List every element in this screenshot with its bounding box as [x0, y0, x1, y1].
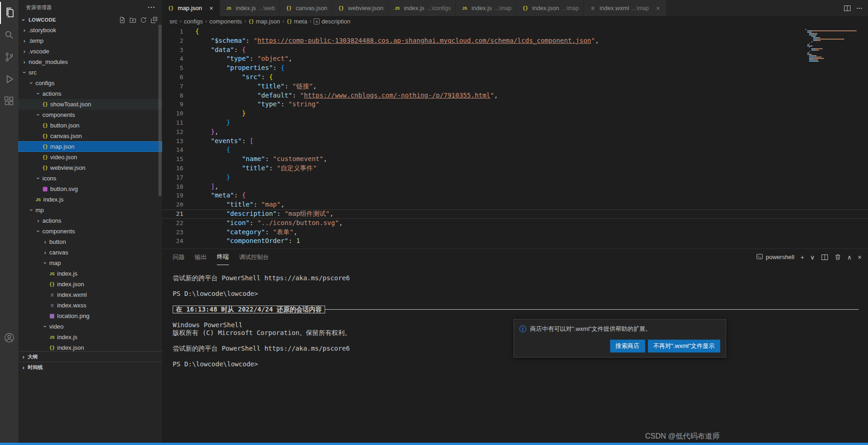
breadcrumb-item-map.json[interactable]: {}map.json	[248, 18, 280, 25]
generic-file-icon: ≡	[588, 5, 597, 12]
minimap-line	[805, 41, 862, 42]
new-file-icon[interactable]	[119, 17, 126, 23]
info-icon: i	[519, 325, 526, 332]
tree-item-.vscode[interactable]: ›.vscode	[18, 46, 162, 57]
tree-item-canvas.json[interactable]: {}canvas.json	[18, 131, 162, 141]
panel-tab-output[interactable]: 输出	[195, 249, 207, 265]
kill-terminal-icon[interactable]	[834, 254, 841, 260]
split-editor-icon[interactable]	[844, 5, 851, 12]
search-icon[interactable]	[0, 24, 18, 46]
json-file-icon: {}	[41, 102, 49, 107]
breadcrumb-item-meta[interactable]: {}meta	[286, 18, 307, 25]
tree-item-index.js[interactable]: JSindex.js	[18, 194, 162, 205]
tab-index.wxml[interactable]: ≡index.wxml...\map×	[584, 0, 667, 16]
close-icon[interactable]: ×	[208, 5, 215, 12]
panel-tab-terminal[interactable]: 终端	[217, 249, 229, 265]
code-line: 3 "data": {	[162, 46, 868, 55]
close-panel-icon[interactable]: ×	[858, 254, 862, 261]
terminal-shell-selector[interactable]: powershell	[756, 253, 794, 261]
tree-item-button.svg[interactable]: button.svg	[18, 184, 162, 194]
tree-item-map[interactable]: ›map	[18, 258, 162, 268]
tree-item-video.json[interactable]: {}video.json	[18, 152, 162, 162]
session-restore-rule	[325, 309, 859, 310]
extensions-icon[interactable]	[0, 90, 18, 112]
terminal-dropdown-icon[interactable]: ∨	[810, 254, 815, 261]
notification-buttons: 搜索商店不再对".wxml"文件显示	[519, 340, 720, 353]
tab-map.json[interactable]: {}map.json×	[162, 0, 220, 16]
new-terminal-icon[interactable]: +	[800, 254, 804, 261]
tree-item-actions[interactable]: ›actions	[18, 215, 162, 226]
line-number: 2	[162, 36, 183, 46]
tree-item-node-modules[interactable]: ›node_modules	[18, 57, 162, 67]
run-debug-icon[interactable]	[0, 68, 18, 90]
tree-item-components[interactable]: ›components	[18, 110, 162, 120]
more-actions-icon[interactable]: ···	[148, 4, 156, 11]
tree-item-src[interactable]: ›src	[18, 67, 162, 78]
tree-item-showtoast.json[interactable]: {}showToast.json	[18, 99, 162, 110]
tree-item-components[interactable]: ›components	[18, 226, 162, 237]
refresh-icon[interactable]	[140, 17, 147, 23]
code-editor[interactable]: 1{2 "$schema": "https://comp-public-1303…	[162, 26, 868, 249]
tree-item-label: index.json	[57, 344, 84, 351]
search-store-button[interactable]: 搜索商店	[610, 340, 645, 353]
maximize-panel-icon[interactable]: ∧	[847, 254, 852, 261]
timeline-section-header[interactable]: ›时间线	[18, 362, 162, 372]
explorer-section-header[interactable]: › LOWCODE	[18, 15, 162, 25]
tree-item-canvas[interactable]: ›canvas	[18, 247, 162, 258]
tab-webview.json[interactable]: {}webview.json	[332, 0, 389, 16]
outline-section-header[interactable]: ›大纲	[18, 351, 162, 362]
tree-item-location.png[interactable]: location.png	[18, 311, 162, 321]
split-terminal-icon[interactable]	[821, 254, 828, 261]
collapse-all-icon[interactable]	[151, 17, 157, 23]
tree-item-webview.json[interactable]: {}webview.json	[18, 162, 162, 173]
minimap[interactable]	[805, 29, 862, 62]
tree-item-icons[interactable]: ›icons	[18, 173, 162, 184]
chevron-right-icon: ›	[34, 217, 42, 224]
breadcrumb-item-components[interactable]: components	[210, 18, 242, 25]
scrollbar-thumb[interactable]	[158, 25, 162, 196]
panel-tab-problems[interactable]: 问题	[173, 249, 185, 265]
panel-actions: powershell+∨∧×	[756, 253, 862, 261]
more-icon[interactable]: ···	[856, 5, 862, 12]
tree-item-actions[interactable]: ›actions	[18, 88, 162, 99]
tree-item-label: button	[49, 238, 66, 245]
panel-tab-debug-console[interactable]: 调试控制台	[239, 249, 269, 265]
tree-item-label: canvas	[49, 249, 68, 256]
breadcrumb-item-description[interactable]: adescription	[314, 18, 350, 25]
no-longer-show-button[interactable]: 不再对".wxml"文件显示	[648, 340, 720, 353]
close-icon[interactable]: ×	[654, 5, 662, 12]
tree-item-.storybook[interactable]: ›.storybook	[18, 25, 162, 35]
tree-item-configs[interactable]: ›configs	[18, 78, 162, 88]
terminal-icon	[756, 253, 763, 261]
tree-item-index.json[interactable]: {}index.json	[18, 279, 162, 289]
tab-index.json[interactable]: {}index.json...\map	[517, 0, 584, 16]
sidebar-title-row: 资源管理器 ···	[18, 0, 162, 15]
new-folder-icon[interactable]	[129, 17, 136, 23]
breadcrumb-item-src[interactable]: src	[169, 18, 177, 25]
tree-item-video[interactable]: ›video	[18, 321, 162, 332]
js-file-icon: JS	[393, 6, 401, 11]
line-number: 11	[162, 118, 183, 127]
tab-label: index.js	[472, 5, 492, 12]
source-control-icon[interactable]	[0, 46, 18, 68]
tree-item-button[interactable]: ›button	[18, 237, 162, 247]
code-text: }	[183, 173, 230, 182]
tree-item-index.js[interactable]: JSindex.js	[18, 332, 162, 342]
breadcrumb-item-configs[interactable]: configs	[184, 18, 203, 25]
tree-item-index.wxss[interactable]: ≡index.wxss	[18, 300, 162, 311]
tab-index.js[interactable]: JSindex.js...\map	[456, 0, 517, 16]
explorer-icon[interactable]	[0, 2, 18, 24]
account-icon[interactable]	[0, 327, 18, 349]
tree-item-index.json[interactable]: {}index.json	[18, 342, 162, 351]
tab-canvas.json[interactable]: {}canvas.json	[280, 0, 332, 16]
tree-item-.temp[interactable]: ›.temp	[18, 35, 162, 46]
tree-item-button.json[interactable]: {}button.json	[18, 120, 162, 131]
tree-item-index.wxml[interactable]: ≡index.wxml	[18, 289, 162, 300]
tree-item-map.json[interactable]: {}map.json	[18, 141, 162, 152]
json-file-icon: {}	[167, 6, 175, 11]
tab-index.js[interactable]: JSindex.js...\web	[220, 0, 280, 16]
tab-index.js[interactable]: JSindex.js...\configs	[388, 0, 455, 16]
tab-label: index.wxml	[600, 5, 629, 12]
tree-item-mp[interactable]: ›mp	[18, 205, 162, 215]
tree-item-index.js[interactable]: JSindex.js	[18, 268, 162, 279]
